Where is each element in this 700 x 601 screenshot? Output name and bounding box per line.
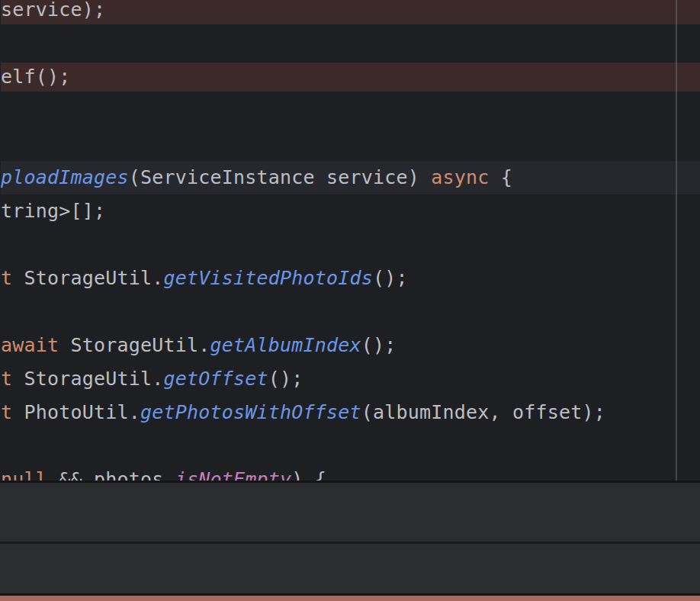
- code-line[interactable]: ploadImages(ServiceInstance service) asy…: [1, 161, 700, 194]
- code-line[interactable]: [1, 94, 700, 127]
- code-token-plain: elf();: [1, 66, 71, 88]
- code-line[interactable]: t StorageUtil.getOffset();: [1, 362, 700, 396]
- code-editor[interactable]: service);elf();ploadImages(ServiceInstan…: [0, 0, 700, 480]
- right-margin-guide: [676, 0, 677, 480]
- code-line[interactable]: t StorageUtil.getVisitedPhotoIds();: [1, 262, 700, 295]
- code-line[interactable]: await StorageUtil.getAlbumIndex();: [1, 329, 700, 362]
- code-line[interactable]: elf();: [1, 60, 700, 94]
- code-token-plain: tring>[];: [1, 200, 105, 222]
- bottom-panel-lower: [0, 544, 700, 593]
- code-token-method: ploadImages: [1, 166, 129, 188]
- code-token-keyword: t: [1, 267, 12, 289]
- code-token-keyword: t: [1, 368, 12, 390]
- code-token-plain: StorageUtil.: [59, 334, 210, 356]
- code-line[interactable]: [1, 228, 700, 262]
- code-token-keyword: await: [1, 334, 59, 356]
- code-token-plain: PhotoUtil.: [12, 401, 140, 423]
- bottom-panel-upper: [0, 483, 700, 542]
- ide-window: service);elf();ploadImages(ServiceInstan…: [0, 0, 700, 601]
- diff-highlight-band: [1, 63, 700, 92]
- code-token-plain: (albumIndex, offset);: [361, 401, 605, 423]
- code-token-method: getOffset: [164, 368, 268, 390]
- code-token-method: getPhotosWithOffset: [140, 401, 361, 423]
- code-line[interactable]: [1, 429, 700, 463]
- code-lines-container: service);elf();ploadImages(ServiceInstan…: [1, 0, 700, 480]
- code-line[interactable]: tring>[];: [1, 194, 700, 228]
- code-line[interactable]: [1, 295, 700, 329]
- accent-bar: [0, 596, 700, 601]
- code-line[interactable]: service);: [1, 0, 700, 27]
- code-token-plain: && photos.: [47, 468, 175, 480]
- code-token-plain: ();: [268, 368, 303, 390]
- code-token-property: isNotEmpty: [175, 468, 292, 480]
- code-token-method: getVisitedPhotoIds: [164, 267, 374, 289]
- code-token-plain: ) {: [291, 468, 326, 480]
- code-token-plain: (ServiceInstance service): [129, 166, 432, 188]
- code-token-keyword: null: [1, 468, 47, 480]
- code-token-plain: StorageUtil.: [12, 368, 163, 390]
- diff-highlight-band: [1, 0, 700, 24]
- code-token-method: getAlbumIndex: [210, 334, 361, 356]
- code-line[interactable]: [1, 127, 700, 161]
- code-token-keyword: t: [1, 401, 12, 423]
- code-token-plain: ();: [373, 267, 408, 289]
- code-token-plain: {: [490, 166, 513, 188]
- code-line[interactable]: t PhotoUtil.getPhotosWithOffset(albumInd…: [1, 396, 700, 429]
- code-line[interactable]: null && photos.isNotEmpty) {: [1, 463, 700, 480]
- code-line[interactable]: [1, 27, 700, 60]
- code-token-plain: service);: [1, 0, 105, 21]
- code-token-keyword: async: [431, 166, 489, 188]
- code-token-plain: StorageUtil.: [12, 267, 163, 289]
- code-token-plain: ();: [361, 334, 397, 356]
